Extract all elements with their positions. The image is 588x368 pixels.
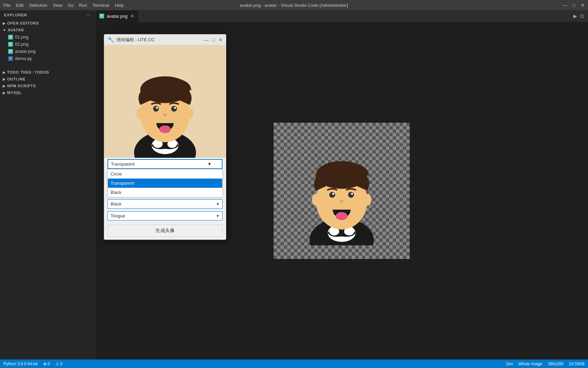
py-icon: P (8, 56, 13, 61)
todo-label: TODO TREE: TODOS (7, 70, 49, 74)
app-minimize-button[interactable]: — (204, 37, 209, 43)
sidebar-item-demopy[interactable]: P demo.py (0, 55, 95, 62)
mysql-label: MYSQL (7, 91, 22, 95)
png-icon: P (8, 35, 13, 40)
background-dropdown-container[interactable]: Transparent ▼ Circle Transparent Black (104, 158, 226, 169)
app-window-title-group: 🔧 优特编程 - UTE.CC (108, 36, 154, 43)
mouth-dropdown[interactable]: Tongue (108, 211, 223, 220)
avatar-preview (287, 136, 396, 245)
chevron-right-icon: ▶ (3, 71, 6, 74)
status-right: Zen Whole Image 280x280 24.55KB (506, 362, 585, 366)
svg-point-8 (348, 192, 354, 198)
sidebar-header: EXPLORER ··· (0, 10, 95, 20)
window-title: avatar.png - avatar - Visual Studio Code… (240, 3, 348, 8)
python-version: Python 3.9.0 64-bit (3, 362, 38, 366)
image-dimensions: 280x280 (548, 362, 564, 366)
error-count: ⊗ 0 (43, 362, 50, 366)
tab-avatarpng[interactable]: P avatar.png ✕ (95, 10, 139, 22)
menu-selection[interactable]: Selection (29, 3, 47, 8)
menu-view[interactable]: View (53, 3, 62, 8)
menu-help[interactable]: Help (115, 3, 124, 8)
sidebar-section-open-editors[interactable]: ▶ OPEN EDITORS (0, 20, 95, 27)
sidebar-item-01png[interactable]: P 01.png (0, 33, 95, 41)
app-window-titlebar: 🔧 优特编程 - UTE.CC — □ ✕ (104, 34, 226, 45)
chevron-right-icon: ▶ (3, 84, 6, 88)
tab-actions: ▶ ⊡ (569, 13, 588, 19)
menu-run[interactable]: Run (79, 3, 87, 8)
checkered-background (274, 123, 410, 259)
svg-point-10 (351, 193, 353, 195)
chevron-down-icon: ▼ (3, 28, 6, 32)
sidebar-section-avatar[interactable]: ▼ AVATAR (0, 27, 95, 33)
sidebar-section-mysql[interactable]: ▶ MYSQL (0, 89, 95, 96)
svg-point-27 (186, 108, 194, 119)
menu-go[interactable]: Go (68, 3, 74, 8)
hair-color-dropdown-container[interactable]: Black ▼ (104, 198, 226, 210)
split-icon[interactable]: ⊡ (580, 13, 584, 19)
sidebar-header-dots[interactable]: ··· (87, 13, 91, 17)
file-label-demopy: demo.py (15, 56, 32, 61)
background-dropdown-value: Transparent (111, 162, 135, 167)
close-button[interactable]: ✕ (581, 3, 585, 8)
menu-file[interactable]: File (3, 3, 11, 8)
maximize-button[interactable]: □ (573, 3, 575, 8)
sidebar-item-avatarpng[interactable]: P avatar.png (0, 48, 95, 55)
sidebar-item-02png[interactable]: P 02.png (0, 41, 95, 48)
sidebar-section-npm[interactable]: ▶ NPM SCRIPTS (0, 82, 95, 89)
minimize-button[interactable]: — (563, 3, 567, 8)
status-bar: Python 3.9.0 64-bit ⊗ 0 ⚠ 0 Zen Whole Im… (0, 359, 588, 368)
tab-close-button[interactable]: ✕ (130, 13, 134, 19)
app-window-icon: 🔧 (108, 36, 114, 43)
hair-color-dropdown[interactable]: Black (108, 199, 223, 209)
svg-point-26 (136, 108, 144, 119)
image-area: 🔧 优特编程 - UTE.CC — □ ✕ (95, 22, 588, 359)
sidebar-section-outline[interactable]: ▶ OUTLINE (0, 76, 95, 82)
tab-bar: P avatar.png ✕ ▶ ⊡ (95, 10, 588, 22)
mouth-dropdown-container[interactable]: Tongue ▼ (104, 210, 226, 222)
svg-point-25 (159, 125, 171, 133)
svg-point-11 (336, 212, 348, 220)
generate-button[interactable]: 生成头像 (108, 225, 223, 237)
file-label-01png: 01.png (15, 34, 29, 40)
app-window-title-label: 优特编程 - UTE.CC (116, 37, 154, 43)
background-dropdown-list[interactable]: Circle Transparent Black (108, 169, 223, 197)
svg-point-22 (171, 106, 177, 112)
dropdown-option-circle[interactable]: Circle (108, 169, 222, 179)
sidebar: EXPLORER ··· ▶ OPEN EDITORS ▼ AVATAR P 0… (0, 10, 95, 359)
png-icon: P (8, 49, 13, 54)
background-dropdown-selected[interactable]: Transparent ▼ (108, 159, 223, 169)
chevron-right-icon: ▶ (3, 91, 6, 95)
sidebar-section-todo[interactable]: ▶ TODO TREE: TODOS (0, 69, 95, 76)
dropdown-option-transparent[interactable]: Transparent (108, 179, 222, 188)
hair-color-dropdown-wrapper[interactable]: Black ▼ (108, 199, 223, 209)
svg-point-24 (174, 107, 176, 109)
small-avatar-svg (117, 52, 213, 158)
npm-label: NPM SCRIPTS (7, 84, 36, 88)
chevron-right-icon: ▶ (3, 77, 6, 81)
menu-bar[interactable]: File Edit Selection View Go Run Terminal… (3, 3, 124, 8)
mouth-dropdown-wrapper[interactable]: Tongue ▼ (108, 211, 223, 220)
app-maximize-button[interactable]: □ (212, 37, 215, 43)
avatar-section-label: AVATAR (8, 28, 24, 32)
app-window[interactable]: 🔧 优特编程 - UTE.CC — □ ✕ (104, 34, 226, 240)
menu-terminal[interactable]: Terminal (93, 3, 109, 8)
png-icon: P (8, 42, 13, 47)
svg-point-21 (153, 106, 159, 112)
zen-mode[interactable]: Zen (506, 362, 513, 366)
tab-label: avatar.png (107, 14, 128, 19)
main-layout: EXPLORER ··· ▶ OPEN EDITORS ▼ AVATAR P 0… (0, 10, 588, 359)
dropdown-option-black[interactable]: Black (108, 188, 222, 197)
tab-file-icon: P (99, 14, 104, 18)
chevron-right-icon: ▶ (3, 21, 6, 25)
svg-point-23 (156, 107, 158, 109)
svg-point-9 (332, 193, 334, 195)
title-bar: File Edit Selection View Go Run Terminal… (0, 0, 588, 10)
background-dropdown-arrow: ▼ (207, 162, 212, 167)
open-editors-label: OPEN EDITORS (7, 21, 39, 25)
menu-edit[interactable]: Edit (16, 3, 23, 8)
app-window-controls[interactable]: — □ ✕ (204, 37, 223, 43)
window-controls[interactable]: — □ ✕ (563, 3, 585, 8)
svg-point-7 (329, 192, 335, 198)
app-close-button[interactable]: ✕ (218, 37, 223, 43)
run-icon[interactable]: ▶ (573, 13, 577, 19)
